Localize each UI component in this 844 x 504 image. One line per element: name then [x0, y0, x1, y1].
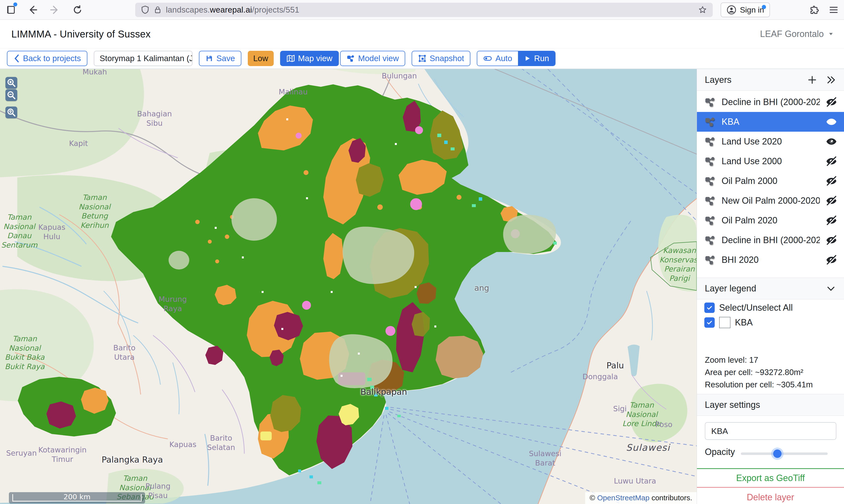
- sign-in-dot: [762, 5, 766, 9]
- map-view-button[interactable]: Map view: [280, 51, 339, 66]
- opacity-label: Opacity: [705, 447, 735, 457]
- layer-item[interactable]: Land Use 2020: [697, 132, 844, 151]
- back-icon[interactable]: [26, 3, 39, 16]
- model-icon: [704, 175, 716, 187]
- layer-label: Decline in BHI (2000-2020): [722, 97, 820, 107]
- select-all-checkbox[interactable]: [704, 303, 715, 313]
- auto-toggle[interactable]: Auto: [477, 51, 518, 66]
- zoom-in-button[interactable]: [5, 77, 17, 89]
- layer-label: Land Use 2000: [722, 156, 782, 166]
- zoom-out-button[interactable]: [5, 89, 17, 101]
- layer-label: Oil Palm 2000: [722, 176, 777, 186]
- reload-icon[interactable]: [71, 3, 84, 16]
- osm-link[interactable]: OpenStreetMap: [597, 494, 650, 502]
- search-location-button[interactable]: [5, 107, 17, 118]
- delete-layer-button[interactable]: Delete layer: [697, 487, 844, 504]
- auto-run-group: Auto Run: [477, 51, 555, 66]
- toggle-icon: [483, 54, 492, 63]
- account-dropdown[interactable]: LEAF Gorontalo: [760, 29, 834, 39]
- layer-name-input[interactable]: KBA: [705, 422, 836, 440]
- layer-item[interactable]: Land Use 2000: [697, 151, 844, 171]
- save-icon: [205, 54, 213, 62]
- map-canvas[interactable]: MukahBahagian SibuKapitTaman Nasional Be…: [0, 69, 697, 504]
- legend-panel-header[interactable]: Layer legend: [697, 278, 844, 299]
- layer-label: New Oil Palm 2000-2020: [722, 196, 820, 206]
- layer-item[interactable]: Decline in BHI (2000-2020): [697, 230, 844, 250]
- back-to-projects-button[interactable]: Back to projects: [7, 51, 87, 66]
- layer-item[interactable]: BHI 2020: [697, 250, 844, 270]
- select-all-label: Select/Unselect All: [719, 303, 793, 313]
- model-icon: [704, 116, 716, 127]
- resolution-info: Resolution per cell: ~305.41m: [705, 378, 813, 391]
- layers-title: Layers: [705, 75, 731, 85]
- extensions-icon[interactable]: [808, 3, 821, 16]
- eye-slash-icon[interactable]: [826, 234, 837, 246]
- layer-label: KBA: [722, 116, 739, 127]
- toolbar: Back to projects Storymap 1 Kalimantan (…: [0, 48, 844, 69]
- low-badge-button[interactable]: Low: [248, 51, 274, 66]
- notification-dot: [13, 2, 17, 6]
- sign-in-button[interactable]: Sign in: [721, 2, 770, 17]
- eye-slash-icon[interactable]: [826, 96, 837, 108]
- layer-item[interactable]: New Oil Palm 2000-2020: [697, 191, 844, 211]
- layer-item[interactable]: Oil Palm 2020: [697, 211, 844, 230]
- eye-slash-icon[interactable]: [826, 175, 837, 187]
- bookmark-star-icon[interactable]: [698, 5, 707, 15]
- layer-item[interactable]: KBA: [697, 112, 844, 132]
- export-geotiff-button[interactable]: Export as GeoTiff: [697, 468, 844, 487]
- add-layer-icon[interactable]: [807, 75, 817, 85]
- chevron-down-icon: [826, 283, 836, 294]
- eye-slash-icon[interactable]: [826, 254, 837, 266]
- eye-icon[interactable]: [826, 116, 837, 127]
- legend-item-kba[interactable]: KBA: [704, 317, 753, 328]
- snapshot-button[interactable]: Snapshot: [412, 51, 470, 66]
- model-icon: [704, 96, 716, 108]
- scale-label: 200 km: [9, 493, 145, 501]
- model-icon: [704, 234, 716, 246]
- collapse-panel-icon[interactable]: [826, 75, 836, 85]
- select-all-row[interactable]: Select/Unselect All: [704, 303, 793, 313]
- forward-icon[interactable]: [48, 3, 61, 16]
- model-view-button[interactable]: Model view: [340, 51, 405, 66]
- model-icon: [704, 136, 716, 147]
- project-name-input[interactable]: Storymap 1 Kalimantan (JD): [94, 51, 192, 66]
- layer-label: Decline in BHI (2000-2020): [722, 235, 820, 245]
- opacity-slider[interactable]: [741, 452, 828, 455]
- run-button[interactable]: Run: [518, 51, 555, 66]
- save-button[interactable]: Save: [199, 51, 241, 66]
- menu-icon[interactable]: [827, 3, 840, 16]
- lock-icon: [154, 6, 162, 14]
- eye-slash-icon[interactable]: [826, 215, 837, 226]
- snapshot-icon: [418, 54, 427, 62]
- eye-slash-icon[interactable]: [826, 195, 837, 206]
- layer-item[interactable]: Decline in BHI (2000-2020): [697, 92, 844, 112]
- account-label: LEAF Gorontalo: [760, 29, 824, 39]
- map-icon: [287, 54, 295, 62]
- layer-item[interactable]: Oil Palm 2000: [697, 171, 844, 191]
- shield-icon[interactable]: [141, 5, 150, 14]
- model-icon: [704, 215, 716, 226]
- eye-slash-icon[interactable]: [826, 156, 837, 167]
- kba-checkbox[interactable]: [704, 317, 715, 328]
- map-base-svg: [0, 69, 697, 504]
- layer-list: Decline in BHI (2000-2020)KBALand Use 20…: [697, 92, 844, 270]
- legend-title: Layer legend: [705, 283, 756, 294]
- browser-chrome: landscapes.wearepal.ai/projects/551 Sign…: [0, 0, 844, 20]
- url-bar[interactable]: landscapes.wearepal.ai/projects/551: [135, 3, 713, 17]
- eye-icon[interactable]: [826, 136, 837, 147]
- model-icon: [346, 54, 355, 62]
- avatar-icon: [726, 5, 736, 15]
- area-info: Area per cell: ~93272.80m²: [705, 366, 803, 378]
- url-text: landscapes.wearepal.ai/projects/551: [166, 5, 299, 15]
- view-toggle-group: Map view Model view: [280, 51, 405, 66]
- app-header: LIMMMA - University of Sussex LEAF Goron…: [0, 20, 844, 48]
- model-icon: [704, 254, 716, 266]
- chevron-left-icon: [13, 54, 20, 62]
- layer-label: Land Use 2020: [722, 136, 782, 147]
- map-attribution: © OpenStreetMap contributors.: [585, 492, 697, 504]
- sign-in-label: Sign in: [740, 5, 764, 15]
- kba-color-swatch: [719, 317, 730, 328]
- layer-label: BHI 2020: [722, 255, 759, 265]
- settings-title: Layer settings: [705, 400, 760, 410]
- opacity-slider-thumb[interactable]: [773, 450, 781, 458]
